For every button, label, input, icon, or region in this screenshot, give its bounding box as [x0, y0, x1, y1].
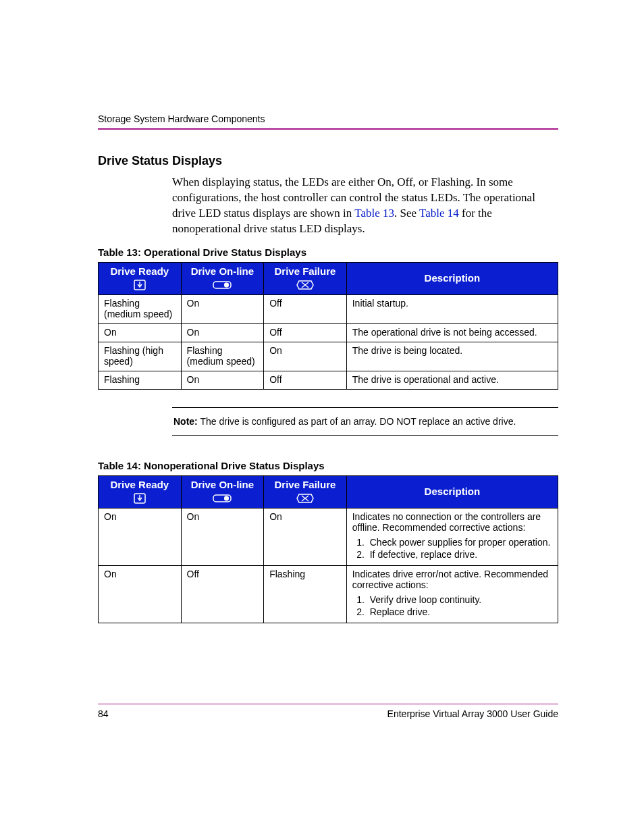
svg-rect-2	[224, 282, 229, 287]
th-label: Drive Ready	[110, 265, 169, 277]
drive-ready-icon	[103, 278, 177, 290]
doc-title: Enterprise Virtual Array 3000 User Guide	[387, 708, 558, 719]
cell-description: Indicates drive error/not active. Recomm…	[346, 565, 558, 623]
th-label: Description	[425, 486, 481, 497]
th-label: Drive On-line	[191, 265, 254, 277]
table-13-caption: Table 13: Operational Drive Status Displ…	[98, 246, 558, 258]
th-label: Drive Failure	[275, 265, 336, 277]
svg-rect-7	[224, 496, 229, 500]
drive-online-icon	[186, 492, 260, 503]
desc-text: Indicates drive error/not active. Recomm…	[352, 569, 548, 590]
cell: Flashing (medium speed)	[99, 294, 182, 323]
th-description: Description	[346, 475, 558, 508]
cell: On	[99, 508, 182, 565]
cell: Off	[264, 371, 347, 389]
link-table-13[interactable]: Table 13	[354, 207, 394, 219]
desc-text: Indicates no connection or the controlle…	[352, 511, 541, 533]
cell: Flashing (high speed)	[99, 342, 182, 371]
cell: Flashing (medium speed)	[181, 342, 264, 371]
cell: On	[181, 323, 264, 342]
section-heading: Drive Status Displays	[98, 154, 558, 168]
drive-failure-icon	[268, 492, 342, 504]
desc-list: Verify drive loop continuity. Replace dr…	[367, 594, 552, 617]
cell: On	[181, 371, 264, 389]
cell: The operational drive is not being acces…	[346, 323, 558, 342]
table-14-caption: Table 14: Nonoperational Drive Status Di…	[98, 460, 558, 471]
cell: On	[99, 323, 182, 342]
note-text: The drive is configured as part of an ar…	[198, 416, 516, 427]
table-header-row: Drive Ready Drive On-line Drive Failure	[99, 475, 558, 508]
table-row: On Off Flashing Indicates drive error/no…	[99, 565, 558, 623]
cell: Initial startup.	[346, 294, 558, 323]
drive-online-icon	[186, 278, 260, 290]
cell: On	[181, 294, 264, 323]
drive-failure-icon	[268, 278, 342, 290]
running-head: Storage System Hardware Components	[98, 113, 558, 124]
intro-paragraph: When displaying status, the LEDs are eit…	[172, 175, 558, 237]
desc-list: Check power supplies for proper operatio…	[367, 537, 552, 560]
table-row: Flashing (high speed) Flashing (medium s…	[99, 342, 558, 371]
cell: On	[181, 508, 264, 565]
page-footer: 84 Enterprise Virtual Array 3000 User Gu…	[98, 704, 558, 720]
list-item: Replace drive.	[367, 606, 552, 617]
table-row: Flashing On Off The drive is operational…	[99, 371, 558, 389]
cell: On	[264, 508, 347, 565]
th-description: Description	[346, 262, 558, 294]
footer-rule	[98, 704, 558, 705]
cell: The drive is being located.	[346, 342, 558, 371]
table-14: Drive Ready Drive On-line Drive Failure	[98, 475, 558, 623]
cell: Off	[181, 565, 264, 623]
th-label: Drive Ready	[110, 479, 169, 490]
header-rule	[98, 128, 558, 130]
th-drive-failure: Drive Failure	[264, 475, 347, 508]
table-row: Flashing (medium speed) On Off Initial s…	[99, 294, 558, 323]
cell: Flashing	[264, 565, 347, 623]
th-drive-online: Drive On-line	[181, 262, 264, 294]
list-item: Verify drive loop continuity.	[367, 594, 552, 605]
page-number: 84	[98, 708, 109, 719]
th-label: Description	[425, 272, 481, 284]
th-label: Drive On-line	[191, 479, 254, 490]
intro-text-2: . See	[394, 207, 419, 219]
th-drive-failure: Drive Failure	[264, 262, 347, 294]
drive-ready-icon	[103, 492, 177, 504]
link-table-14[interactable]: Table 14	[419, 207, 459, 219]
table-header-row: Drive Ready Drive On-line Drive Failure	[99, 262, 558, 294]
table-row: On On Off The operational drive is not b…	[99, 323, 558, 342]
th-drive-online: Drive On-line	[181, 475, 264, 508]
list-item: Check power supplies for proper operatio…	[367, 537, 552, 548]
cell: Off	[264, 294, 347, 323]
th-drive-ready: Drive Ready	[99, 475, 182, 508]
cell: On	[264, 342, 347, 371]
cell: Flashing	[99, 371, 182, 389]
th-label: Drive Failure	[275, 479, 336, 490]
note-block: Note: The drive is configured as part of…	[172, 407, 558, 436]
list-item: If defective, replace drive.	[367, 549, 552, 560]
th-drive-ready: Drive Ready	[99, 262, 182, 294]
cell: On	[99, 565, 182, 623]
note-label: Note:	[173, 416, 198, 427]
table-row: On On On Indicates no connection or the …	[99, 508, 558, 565]
cell: Off	[264, 323, 347, 342]
table-13: Drive Ready Drive On-line Drive Failure	[98, 262, 558, 390]
cell: The drive is operational and active.	[346, 371, 558, 389]
cell-description: Indicates no connection or the controlle…	[346, 508, 558, 565]
